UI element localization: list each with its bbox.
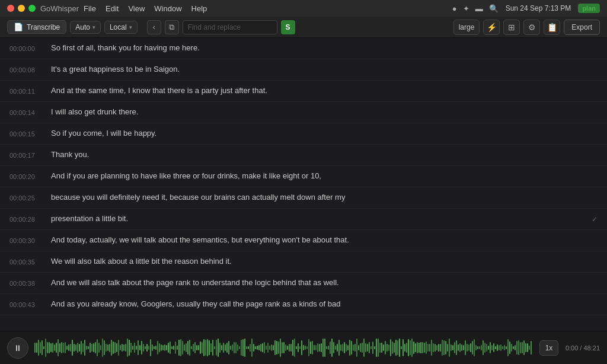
table-row[interactable]: 00:00:17 Thank you. [0, 145, 607, 166]
table-row[interactable]: 00:00:30 And today, actually, we will ta… [0, 230, 607, 251]
timestamp: 00:00:43 [9, 301, 51, 308]
clock: Sun 24 Sep 7:13 PM [506, 4, 571, 12]
transcript-text: So first of all, thank you for having me… [51, 43, 598, 53]
timestamp: 00:00:11 [9, 88, 51, 95]
document-icon: 📄 [14, 23, 23, 31]
toolbar-left: 📄 Transcribe Auto ▾ Local ▾ [7, 20, 138, 34]
close-button[interactable] [7, 5, 14, 12]
timestamp: 00:00:20 [9, 173, 51, 180]
wifi-icon: ● [452, 4, 457, 13]
transcript-text: And we will also talk about the page ran… [51, 277, 598, 288]
table-row[interactable]: 00:00:14 I will also get drunk there. [0, 102, 607, 123]
transcript-text: Thank you. [51, 149, 598, 160]
speed-button[interactable]: 1x [539, 340, 558, 356]
timestamp: 00:00:14 [9, 109, 51, 116]
plan-badge: plan [578, 4, 600, 13]
menu-window[interactable]: Window [154, 4, 181, 13]
timestamp: 00:00:25 [9, 194, 51, 202]
toolbar: 📄 Transcribe Auto ▾ Local ▾ ‹ ⧉ S large … [0, 17, 607, 38]
large-button[interactable]: large [453, 20, 480, 35]
timestamp: 00:00:17 [9, 152, 51, 159]
export-button[interactable]: Export [564, 20, 600, 35]
timestamp: 00:00:15 [9, 130, 51, 138]
minimize-button[interactable] [18, 5, 25, 12]
titlebar: GoWhisper File Edit View Window Help ● ✦… [0, 0, 607, 17]
check-icon: ✓ [592, 215, 598, 223]
menu-help[interactable]: Help [191, 4, 207, 13]
transcript-text: because you will definitely need it, bec… [51, 192, 598, 203]
transcript-text: I will also get drunk there. [51, 107, 598, 117]
pause-icon: ⏸ [14, 343, 22, 353]
transcript-content[interactable]: 00:00:00 So first of all, thank you for … [0, 38, 607, 331]
find-replace-input[interactable] [183, 20, 277, 34]
titlebar-right: ● ✦ ▬ 🔍 Sun 24 Sep 7:13 PM plan [452, 4, 600, 13]
table-row[interactable]: 00:00:28 presentation a little bit. ✓ [0, 209, 607, 230]
table-row[interactable]: 00:00:25 because you will definitely nee… [0, 187, 607, 209]
search-icon[interactable]: 🔍 [489, 4, 499, 13]
table-row[interactable]: 00:00:35 We will also talk about a littl… [0, 251, 607, 273]
local-dropdown[interactable]: Local ▾ [104, 21, 138, 34]
waveform[interactable] [34, 337, 533, 359]
toolbar-right: large ⚡ ⊞ ⚙ 📋 Export [453, 20, 600, 35]
maximize-button[interactable] [28, 5, 36, 12]
bluetooth-icon: ✦ [463, 4, 469, 13]
table-row[interactable]: 00:00:00 So first of all, thank you for … [0, 38, 607, 59]
timestamp: 00:00:08 [9, 66, 51, 74]
timestamp: 00:00:28 [9, 216, 51, 223]
s-button[interactable]: S [281, 20, 295, 34]
table-row[interactable]: 00:00:43 And as you already know, Google… [0, 294, 607, 315]
grid-button[interactable]: ⊞ [503, 20, 520, 35]
app-name: GoWhisper [40, 4, 79, 13]
document-button[interactable]: 📋 [544, 20, 560, 35]
battery-icon: ▬ [475, 4, 483, 13]
timestamp: 00:00:38 [9, 280, 51, 287]
timestamp: 00:00:00 [9, 45, 51, 52]
transcribe-button[interactable]: 📄 Transcribe [7, 20, 66, 34]
transcript-text: presentation a little bit. [51, 213, 587, 224]
table-row[interactable]: 00:00:20 And if you are planning to have… [0, 166, 607, 187]
auto-label: Auto [75, 23, 90, 31]
menu-bar: File Edit View Window Help [84, 4, 207, 13]
traffic-lights [7, 5, 36, 12]
menu-view[interactable]: View [128, 4, 145, 13]
toolbar-center: ‹ ⧉ S [142, 20, 449, 34]
play-pause-button[interactable]: ⏸ [7, 337, 28, 359]
table-row[interactable]: 00:00:11 And at the same time, I know th… [0, 81, 607, 102]
table-row[interactable]: 00:00:08 It's a great happiness to be in… [0, 59, 607, 81]
transcript-text: And if you are planning to have like thr… [51, 171, 598, 181]
titlebar-left: GoWhisper File Edit View Window Help [7, 4, 207, 13]
lightning-button[interactable]: ⚡ [483, 20, 500, 35]
copy-button[interactable]: ⧉ [165, 20, 179, 34]
transcribe-label: Transcribe [27, 23, 60, 31]
transcript-text: It's a great happiness to be in Saigon. [51, 64, 598, 75]
table-row[interactable]: 00:00:38 And we will also talk about the… [0, 273, 607, 294]
menu-edit[interactable]: Edit [106, 4, 119, 13]
timestamp: 00:00:35 [9, 258, 51, 266]
local-dropdown-arrow: ▾ [129, 24, 132, 30]
bottom-bar: ⏸ 1x 0:00 / 48:21 [0, 331, 607, 364]
system-icons: ● ✦ ▬ 🔍 [452, 4, 499, 13]
settings-button[interactable]: ⚙ [523, 20, 540, 35]
back-button[interactable]: ‹ [147, 20, 161, 34]
table-row[interactable]: 00:00:15 So if you come, I will be happy… [0, 123, 607, 145]
timestamp: 00:00:30 [9, 237, 51, 244]
local-label: Local [110, 23, 127, 31]
transcript-text: We will also talk about a little bit the… [51, 256, 598, 267]
transcript-text: And as you already know, Googlers, usual… [51, 299, 598, 309]
transcript-text: And today, actually, we will talk about … [51, 235, 598, 245]
menu-file[interactable]: File [84, 4, 96, 13]
time-display: 0:00 / 48:21 [564, 344, 600, 352]
transcript-text: And at the same time, I know that there … [51, 85, 598, 96]
transcript-text: So if you come, I will be happy. [51, 128, 598, 139]
auto-dropdown[interactable]: Auto ▾ [70, 21, 101, 34]
auto-dropdown-arrow: ▾ [92, 24, 95, 30]
